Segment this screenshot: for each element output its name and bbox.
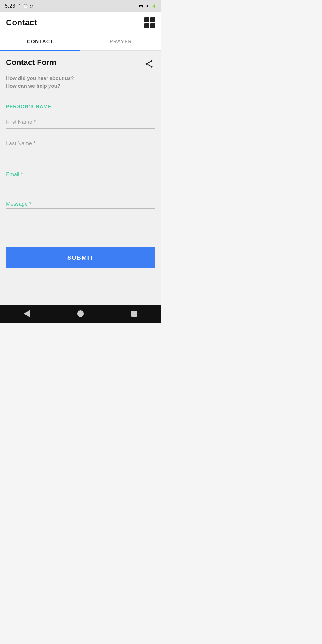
status-icons: 🛡 📋 ◎ [18,4,33,8]
app-title: Contact [6,18,37,27]
share-icon[interactable] [143,58,155,70]
tab-contact[interactable]: CONTACT [0,33,80,50]
grid-icon[interactable] [144,17,155,28]
form-header: Contact Form [6,58,155,70]
grid-cell-4 [150,23,155,28]
svg-line-4 [148,64,151,66]
svg-point-1 [146,63,148,65]
tabs: CONTACT PRAYER [0,33,161,51]
submit-button[interactable]: SUBMIT [6,247,155,268]
message-group: Message * [6,201,155,209]
back-icon [24,310,30,317]
status-bar-right: ▾▾ ▲ 🔋 [139,3,156,9]
status-time: 5:26 [5,3,15,9]
shield-icon: 🛡 [18,4,21,8]
first-name-group [6,117,155,129]
circle-icon: ◎ [30,4,33,8]
first-name-input[interactable] [6,117,155,129]
home-icon [77,310,84,317]
email-group: Email * [6,171,155,179]
tab-prayer[interactable]: PRAYER [80,33,161,50]
back-button[interactable] [19,308,34,320]
svg-point-2 [151,66,153,68]
status-bar: 5:26 🛡 📋 ◎ ▾▾ ▲ 🔋 [0,0,161,12]
form-title: Contact Form [6,58,56,67]
recent-icon [131,311,137,317]
battery-icon: 🔋 [151,4,156,8]
tab-prayer-label: PRAYER [109,39,132,45]
email-label: Email * [6,171,155,178]
app-bar: Contact [0,12,161,33]
grid-cell-3 [144,23,149,28]
share-svg [144,59,154,69]
status-bar-left: 5:26 🛡 📋 ◎ [5,3,33,9]
last-name-group [6,138,155,150]
recent-button[interactable] [127,308,142,320]
last-name-input[interactable] [6,138,155,150]
signal-icon: ▲ [145,4,149,8]
svg-point-0 [151,60,153,62]
section-label: PERSON'S NAME [6,104,155,109]
home-button[interactable] [73,308,88,320]
memo-icon: 📋 [23,4,28,8]
grid-cell-1 [144,17,149,22]
email-underline [6,179,155,179]
message-underline [6,208,155,209]
message-label: Message * [6,201,155,207]
main-content: Contact Form How did you hear about us?H… [0,51,161,305]
bottom-nav [0,305,161,323]
wifi-icon: ▾▾ [139,3,143,9]
tab-contact-label: CONTACT [27,39,54,45]
form-description: How did you hear about us?How can we hel… [6,75,155,90]
svg-line-3 [148,61,151,63]
grid-cell-2 [150,17,155,22]
